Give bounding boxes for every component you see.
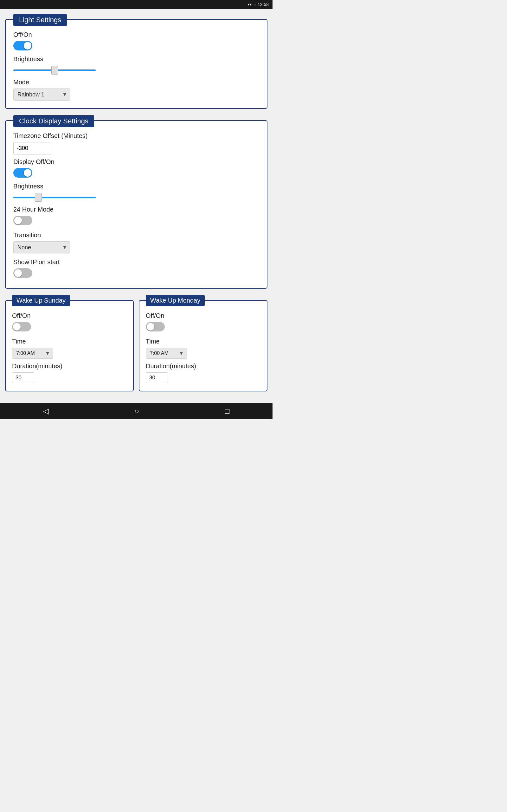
clock-brightness-label: Brightness (13, 183, 259, 190)
monday-offon-label: Off/On (146, 312, 261, 319)
light-brightness-slider[interactable] (13, 65, 96, 75)
sunday-toggle[interactable] (12, 322, 31, 332)
light-slider-thumb[interactable] (51, 66, 58, 74)
sunday-time-select[interactable]: 6:00 AM 6:30 AM 7:00 AM 7:30 AM 8:00 AM (12, 348, 53, 359)
hour-mode-toggle[interactable] (13, 216, 32, 225)
wake-up-sunday-card: Wake Up Sunday Off/On Time 6:00 AM 6:30 … (5, 300, 134, 392)
wake-up-sunday-title: Wake Up Sunday (12, 295, 70, 306)
light-brightness-label: Brightness (13, 55, 259, 63)
clock-brightness-slider[interactable] (13, 193, 96, 202)
status-bar: ▾▾ ○ 12:58 (0, 0, 273, 9)
status-time: 12:58 (258, 2, 269, 7)
wake-up-monday-card: Wake Up Monday Off/On Time 6:00 AM 6:30 … (139, 300, 268, 392)
hour-mode-toggle-wrapper[interactable] (13, 216, 32, 225)
timezone-input[interactable] (13, 142, 51, 154)
light-settings-title: Light Settings (13, 14, 67, 26)
light-mode-dropdown-wrapper: Rainbow 1 Rainbow 2 Solid Pulse ▼ (13, 89, 70, 101)
light-settings-card: Light Settings Off/On Brightness Mode Ra… (5, 19, 268, 109)
main-content: Light Settings Off/On Brightness Mode Ra… (0, 9, 273, 397)
display-toggle[interactable] (13, 168, 32, 177)
monday-time-dropdown-wrapper: 6:00 AM 6:30 AM 7:00 AM 7:30 AM 8:00 AM … (146, 348, 187, 359)
show-ip-toggle-wrapper[interactable] (13, 268, 32, 278)
wake-up-monday-title: Wake Up Monday (146, 295, 205, 306)
battery-icon: ○ (253, 2, 256, 7)
clock-slider-thumb[interactable] (35, 193, 42, 202)
clock-slider-track (13, 197, 96, 198)
sunday-toggle-knob (13, 323, 20, 331)
sunday-time-label: Time (12, 338, 127, 345)
display-toggle-wrapper[interactable] (13, 168, 32, 177)
monday-duration-input[interactable] (146, 372, 168, 383)
light-mode-label: Mode (13, 79, 259, 86)
show-ip-label: Show IP on start (13, 258, 259, 266)
show-ip-toggle-knob (14, 269, 22, 277)
hour-mode-toggle-knob (14, 217, 22, 224)
recent-button[interactable]: □ (225, 407, 230, 415)
nav-bar: ◁ ○ □ (0, 403, 273, 419)
wifi-icon: ▾▾ (248, 2, 251, 7)
status-icons: ▾▾ ○ 12:58 (248, 2, 269, 7)
monday-toggle-knob (147, 323, 154, 331)
display-offon-label: Display Off/On (13, 158, 259, 165)
show-ip-toggle[interactable] (13, 268, 32, 278)
monday-time-label: Time (146, 338, 261, 345)
sunday-toggle-wrapper[interactable] (12, 322, 31, 332)
home-button[interactable]: ○ (135, 407, 139, 415)
light-toggle-wrapper[interactable] (13, 41, 32, 50)
back-button[interactable]: ◁ (43, 407, 49, 415)
wake-up-row: Wake Up Sunday Off/On Time 6:00 AM 6:30 … (5, 295, 268, 392)
monday-toggle-wrapper[interactable] (146, 322, 165, 332)
timezone-label: Timezone Offset (Minutes) (13, 132, 259, 140)
monday-duration-label: Duration(minutes) (146, 362, 261, 370)
light-toggle[interactable] (13, 41, 32, 50)
clock-settings-card: Clock Display Settings Timezone Offset (… (5, 120, 268, 289)
monday-time-select[interactable]: 6:00 AM 6:30 AM 7:00 AM 7:30 AM 8:00 AM (146, 348, 187, 359)
sunday-duration-label: Duration(minutes) (12, 362, 127, 370)
sunday-duration-input[interactable] (12, 372, 34, 383)
sunday-offon-label: Off/On (12, 312, 127, 319)
transition-label: Transition (13, 232, 259, 239)
sunday-time-dropdown-wrapper: 6:00 AM 6:30 AM 7:00 AM 7:30 AM 8:00 AM … (12, 348, 53, 359)
transition-dropdown-wrapper: None Fade Slide ▼ (13, 241, 70, 253)
monday-toggle[interactable] (146, 322, 165, 332)
display-toggle-knob (24, 169, 32, 177)
light-offon-label: Off/On (13, 31, 259, 38)
light-toggle-knob (24, 42, 32, 49)
transition-select[interactable]: None Fade Slide (13, 241, 70, 253)
clock-settings-title: Clock Display Settings (13, 115, 94, 127)
light-mode-select[interactable]: Rainbow 1 Rainbow 2 Solid Pulse (13, 89, 70, 101)
hour-mode-label: 24 Hour Mode (13, 206, 259, 213)
